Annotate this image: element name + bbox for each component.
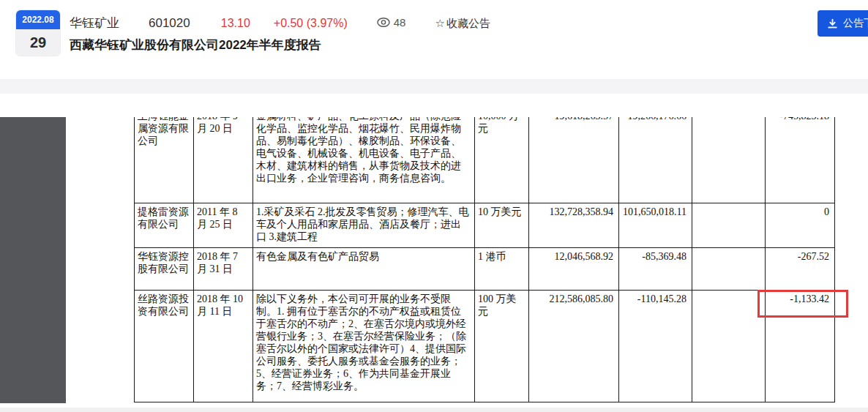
blank-cell (692, 291, 766, 402)
table-row: 华钰资源控股有限公司 2018 年 7 月 31 日 有色金属及有色矿产品贸易 … (135, 248, 835, 291)
download-button-label: 公告下载 (843, 17, 868, 30)
business-scope-cell: 除以下义务外，本公司可开展的业务不受限制。1. 拥有位于塞舌尔的不动产权益或租赁… (253, 291, 475, 402)
table-row: 上海钰能金属资源有限公司 2018 年 9 月 20 日 金属材料、矿产品、化工… (135, 117, 835, 203)
announcement-viewer-page: 2022.08 29 华钰矿业 601020 13.10 +0.50 (3.97… (0, 0, 868, 412)
bottom-scroll-strip[interactable] (0, 408, 868, 412)
registered-capital-cell: 1 港币 (475, 248, 529, 291)
date-badge: 2022.08 29 (16, 10, 60, 56)
download-icon (827, 18, 838, 29)
favorite-label: 收藏公告 (446, 17, 490, 31)
stock-name[interactable]: 华钰矿业 (70, 15, 119, 31)
net-profit-cell: 0 (766, 203, 835, 248)
pdf-viewer[interactable]: 上海钰能金属资源有限公司 2018 年 9 月 20 日 金属材料、矿产品、化工… (0, 117, 868, 403)
net-profit-cell: -267.52 (766, 248, 835, 291)
registration-date-cell: 2018 年 9 月 20 日 (194, 117, 253, 203)
viewer-background-panel (0, 117, 66, 403)
blank-cell (692, 203, 766, 248)
company-cell: 丝路资源投资有限公司 (135, 291, 194, 402)
registration-date-cell: 2011 年 8 月 25 日 (194, 203, 253, 248)
total-assets-cell: 12,046,568.92 (529, 248, 619, 291)
eye-icon (377, 18, 390, 27)
total-assets-cell: 132,728,358.94 (529, 203, 619, 248)
red-highlight-box (757, 290, 848, 318)
header-separator-band (0, 79, 868, 94)
registered-capital-cell: 100 万美元 (475, 291, 529, 402)
stock-info-row: 华钰矿业 601020 13.10 +0.50 (3.97%) 48 ☆ 收藏公… (70, 15, 490, 31)
registration-date-cell: 2018 年 10 月 11 日 (194, 291, 253, 402)
views-counter: 48 (377, 16, 406, 29)
table-row: 丝路资源投资有限公司 2018 年 10 月 11 日 除以下义务外，本公司可开… (135, 291, 835, 402)
download-announcement-button[interactable]: 公告下载 (818, 10, 868, 37)
business-scope-cell: 金属材料、矿产品、化工原料及产品（除危险化学品、监控化学品、烟花爆竹、民用爆炸物… (253, 117, 475, 203)
company-cell: 上海钰能金属资源有限公司 (135, 117, 194, 203)
company-cell: 华钰资源控股有限公司 (135, 248, 194, 291)
registered-capital-cell: 10,000 万元 (475, 117, 529, 203)
total-assets-cell: 212,586,085.80 (529, 291, 619, 402)
total-assets-cell: 19,618,263.57 (529, 117, 619, 203)
net-assets-cell: 101,650,018.11 (619, 203, 692, 248)
net-profit-cell: -745,823.18 (766, 117, 835, 203)
announcement-title: 西藏华钰矿业股份有限公司2022年半年度报告 (70, 37, 321, 53)
net-assets-cell: -110,145.28 (619, 291, 692, 402)
favorite-announcement-button[interactable]: ☆ 收藏公告 (435, 17, 490, 31)
date-badge-month: 2022.08 (16, 10, 60, 29)
subsidiaries-table: 上海钰能金属资源有限公司 2018 年 9 月 20 日 金属材料、矿产品、化工… (134, 117, 835, 402)
registered-capital-cell: 10 万美元 (475, 203, 529, 248)
net-assets-cell: 19,266,176.66 (619, 117, 692, 203)
document-page: 上海钰能金属资源有限公司 2018 年 9 月 20 日 金属材料、矿产品、化工… (66, 117, 868, 403)
company-cell: 提格雷资源有限公司 (135, 203, 194, 248)
net-assets-cell: -85,369.48 (619, 248, 692, 291)
star-icon: ☆ (435, 17, 444, 30)
business-scope-cell: 1.采矿及采石 2.批发及零售贸易；修理汽车、电车及个人用品和家居用品、酒店及餐… (253, 203, 475, 248)
stock-price: 13.10 (221, 17, 250, 30)
registration-date-cell: 2018 年 7 月 31 日 (194, 248, 253, 291)
stock-change: +0.50 (3.97%) (274, 17, 348, 30)
stock-code: 601020 (149, 16, 190, 31)
date-badge-day: 29 (16, 29, 60, 56)
header: 2022.08 29 华钰矿业 601020 13.10 +0.50 (3.97… (0, 0, 868, 79)
views-count: 48 (394, 16, 406, 29)
blank-cell (692, 248, 766, 291)
table-row: 提格雷资源有限公司 2011 年 8 月 25 日 1.采矿及采石 2.批发及零… (135, 203, 835, 248)
business-scope-cell: 有色金属及有色矿产品贸易 (253, 248, 475, 291)
blank-cell (692, 117, 766, 203)
